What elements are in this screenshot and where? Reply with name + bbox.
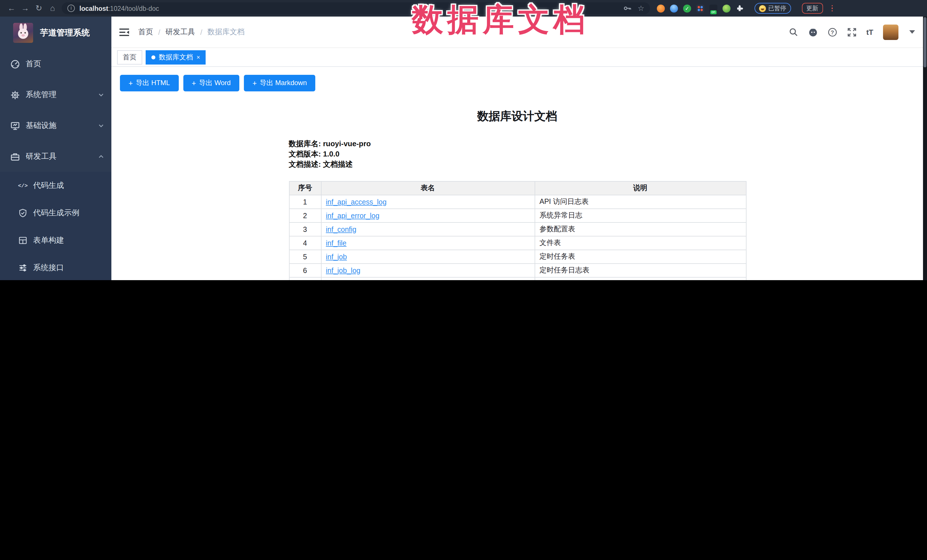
row-index: 2 bbox=[289, 209, 321, 222]
extension-grid-icon[interactable] bbox=[696, 4, 704, 12]
plus-icon: + bbox=[129, 79, 133, 87]
table-row: 4 inf_file 文件表 bbox=[289, 236, 746, 250]
table-row: 2 inf_api_error_log 系统异常日志 bbox=[289, 209, 746, 222]
meta-db-name: 数据库名: ruoyi-vue-pro bbox=[289, 139, 746, 149]
monitor-icon bbox=[10, 121, 20, 131]
column-header-table-name: 表名 bbox=[321, 181, 535, 195]
table-name-link[interactable]: inf_api_access_log bbox=[326, 198, 387, 206]
reload-icon[interactable]: ↻ bbox=[32, 0, 46, 17]
sidebar-item-form-builder[interactable]: 表单构建 bbox=[0, 227, 111, 254]
sidebar-item-api[interactable]: 系统接口 bbox=[0, 254, 111, 280]
form-icon bbox=[18, 236, 27, 245]
tabs-bar: 首页 数据库文档 × bbox=[111, 48, 923, 67]
sidebar-item-devtools[interactable]: 研发工具 bbox=[0, 141, 111, 172]
url-path: :1024/tool/db-doc bbox=[108, 5, 159, 12]
sidebar: 芋道管理系统 首页 系统管理 基础设施 研发工具 </> 代码生成 bbox=[0, 17, 111, 280]
table-row: 6 inf_job_log 定时任务日志表 bbox=[289, 264, 746, 277]
fullscreen-icon[interactable] bbox=[847, 27, 857, 37]
app-logo-row[interactable]: 芋道管理系统 bbox=[0, 17, 111, 49]
password-key-icon[interactable] bbox=[623, 4, 632, 12]
help-icon[interactable]: ? bbox=[827, 27, 837, 37]
row-index: 1 bbox=[289, 195, 321, 209]
sidebar-collapse-icon[interactable] bbox=[119, 28, 129, 36]
close-icon[interactable]: × bbox=[196, 54, 200, 61]
address-bar[interactable]: i localhost:1024/tool/db-doc ☆ bbox=[62, 2, 650, 14]
button-label: 导出 Word bbox=[199, 78, 231, 88]
sidebar-item-system[interactable]: 系统管理 bbox=[0, 79, 111, 110]
table-row: 7 sys_dept 部门表 bbox=[289, 277, 746, 280]
sidebar-item-codegen-demo[interactable]: 代码生成示例 bbox=[0, 199, 111, 227]
site-info-icon[interactable]: i bbox=[67, 5, 75, 12]
row-index: 7 bbox=[289, 277, 321, 280]
table-description: 系统异常日志 bbox=[535, 209, 746, 222]
table-name-link[interactable]: inf_api_error_log bbox=[326, 212, 380, 220]
export-toolbar: + 导出 HTML + 导出 Word + 导出 Markdown bbox=[120, 75, 923, 91]
page-header: 首页 / 研发工具 / 数据库文档 ? tT bbox=[111, 17, 923, 48]
forward-icon[interactable]: → bbox=[18, 0, 32, 17]
avatar[interactable] bbox=[883, 24, 898, 40]
table-name-link[interactable]: inf_job_log bbox=[326, 266, 360, 275]
extensions-puzzle-icon[interactable] bbox=[736, 4, 744, 12]
plus-icon: + bbox=[252, 79, 257, 87]
extension-check-icon[interactable] bbox=[683, 4, 691, 12]
table-description: 定时任务表 bbox=[535, 250, 746, 264]
extension-pin-icon[interactable] bbox=[670, 4, 678, 12]
url-host: localhost bbox=[79, 5, 108, 12]
extension-leaf-icon[interactable] bbox=[722, 4, 731, 12]
emoji-face-icon bbox=[759, 5, 766, 12]
tab-label: 首页 bbox=[123, 52, 137, 62]
page-scrollbar[interactable] bbox=[923, 17, 927, 280]
toolbox-icon bbox=[10, 152, 20, 161]
table-row: 5 inf_job 定时任务表 bbox=[289, 250, 746, 264]
extension-icon[interactable] bbox=[657, 4, 665, 12]
sidebar-item-infra[interactable]: 基础设施 bbox=[0, 110, 111, 141]
font-size-icon[interactable]: tT bbox=[866, 28, 873, 36]
table-description: 参数配置表 bbox=[535, 222, 746, 236]
table-name-link[interactable]: inf_config bbox=[326, 225, 356, 233]
gear-icon bbox=[10, 90, 20, 100]
sidebar-item-label: 首页 bbox=[26, 59, 41, 69]
extension-on-icon[interactable]: on bbox=[710, 4, 717, 12]
tab-home[interactable]: 首页 bbox=[117, 50, 142, 64]
app-title: 芋道管理系统 bbox=[40, 27, 90, 38]
chevron-down-icon bbox=[98, 122, 105, 129]
back-icon[interactable]: ← bbox=[5, 0, 18, 17]
dashboard-icon bbox=[10, 59, 20, 69]
sidebar-item-home[interactable]: 首页 bbox=[0, 49, 111, 79]
button-label: 导出 Markdown bbox=[260, 78, 307, 88]
chevron-down-icon[interactable] bbox=[909, 30, 915, 34]
export-markdown-button[interactable]: + 导出 Markdown bbox=[244, 75, 316, 91]
browser-toolbar: ← → ↻ ⌂ i localhost:1024/tool/db-doc ☆ o… bbox=[0, 0, 927, 17]
tables-tbody: 1 inf_api_access_log API 访问日志表 2 inf_api… bbox=[289, 195, 746, 280]
table-description: 部门表 bbox=[535, 277, 746, 280]
search-icon[interactable] bbox=[789, 27, 798, 37]
active-dot-icon bbox=[151, 55, 155, 59]
export-html-button[interactable]: + 导出 HTML bbox=[120, 75, 178, 91]
export-word-button[interactable]: + 导出 Word bbox=[183, 75, 239, 91]
home-icon[interactable]: ⌂ bbox=[46, 0, 59, 17]
table-name-link[interactable]: inf_job bbox=[326, 253, 347, 261]
breadcrumb-devtools[interactable]: 研发工具 bbox=[166, 27, 195, 37]
breadcrumb-separator: / bbox=[158, 28, 160, 36]
header-actions: ? tT bbox=[789, 24, 915, 40]
table-name-link[interactable]: inf_file bbox=[326, 239, 346, 247]
browser-menu-icon[interactable] bbox=[831, 5, 833, 12]
tab-db-doc[interactable]: 数据库文档 × bbox=[146, 50, 206, 64]
tab-label: 数据库文档 bbox=[159, 52, 193, 62]
github-icon[interactable] bbox=[808, 27, 818, 37]
scrollbar-thumb[interactable] bbox=[924, 17, 926, 67]
table-description: 文件表 bbox=[535, 236, 746, 250]
document-title: 数据库设计文档 bbox=[289, 109, 746, 124]
table-row: 1 inf_api_access_log API 访问日志表 bbox=[289, 195, 746, 209]
update-button[interactable]: 更新 bbox=[802, 3, 823, 14]
paused-badge[interactable]: 已暂停 bbox=[755, 3, 791, 14]
sidebar-item-codegen[interactable]: </> 代码生成 bbox=[0, 172, 111, 199]
column-header-description: 说明 bbox=[535, 181, 746, 195]
breadcrumb-home[interactable]: 首页 bbox=[138, 27, 153, 37]
row-index: 5 bbox=[289, 250, 321, 264]
sidebar-item-label: 研发工具 bbox=[26, 151, 56, 162]
row-index: 3 bbox=[289, 222, 321, 236]
code-icon: </> bbox=[18, 181, 27, 190]
bookmark-star-icon[interactable]: ☆ bbox=[638, 4, 644, 12]
table-row: 3 inf_config 参数配置表 bbox=[289, 222, 746, 236]
